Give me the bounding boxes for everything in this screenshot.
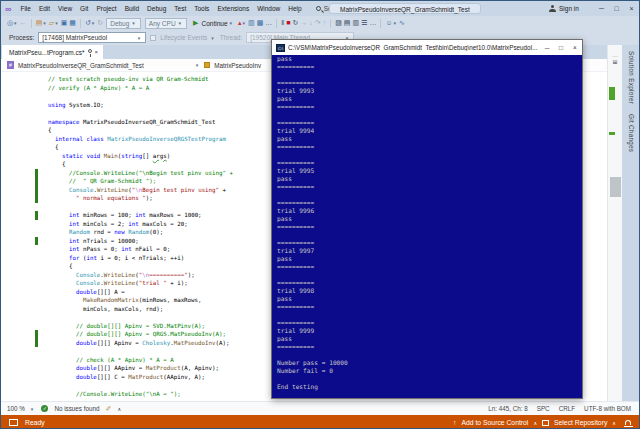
scrollbar-thumb[interactable] [610,177,621,197]
save-all-icon[interactable]: ▦ [69,16,76,30]
tool-tab-solution-explorer[interactable]: Solution Explorer [628,51,635,104]
code-cleanup-icon[interactable]: ✐ [106,405,112,413]
window-layout-icon[interactable]: ▩ [257,16,264,30]
tab-program-cs[interactable]: MatrixPseu...tProgram.cs* × [2,45,103,59]
gutter [35,373,38,382]
console-title: C:\VSM\MatrixPseudoInverseQR_GramSchmidt… [288,44,540,51]
close-button[interactable]: × [624,1,639,16]
tab-title: MatrixPseu...tProgram.cs* [9,49,85,56]
change-bar [35,330,38,339]
issues-label[interactable]: No issues found [54,405,99,412]
console-line: pass [277,335,582,343]
new-project-icon[interactable]: ▤ [36,16,43,30]
console-line: ========== [277,279,582,287]
chevron-down-icon: ▾ [55,20,58,26]
chevron-down-icon: ▾ [132,20,135,26]
pin-icon[interactable] [88,49,92,53]
menu-build[interactable]: Build [121,5,143,12]
window-title: MatrixPseudoInverseQR_GramSchmidt_Test [329,3,481,14]
find-in-files-icon[interactable]: ▥ [248,16,255,30]
restart-icon[interactable]: ↻ [292,16,298,30]
menu-tools[interactable]: Tools [190,5,213,12]
redo-icon[interactable]: ↻ [97,16,103,30]
insert-mode-indicator[interactable]: SPC [537,405,550,412]
encoding-indicator[interactable]: UTF-8 with BOM [584,405,631,412]
save-icon[interactable]: ▣ [61,16,68,30]
platform-dropdown[interactable]: Any CPU ▾ [145,18,187,29]
sign-in-label: Sign in [559,5,579,12]
caret-up-icon[interactable]: ∧ [117,406,121,412]
pause-icon[interactable]: ‖ [281,16,284,30]
menu-edit[interactable]: Edit [35,5,54,12]
menu-project[interactable]: Project [92,5,120,12]
add-to-source-control-button[interactable]: Add to Source Control [462,419,529,426]
change-bar [35,237,38,246]
navigate-back-icon[interactable]: ← [20,16,27,30]
gutter [35,135,38,144]
navigate-target-icon[interactable]: ◎ [7,16,13,30]
gutter [35,322,38,331]
step-out-icon[interactable]: ↑ [323,16,327,30]
menu-file[interactable]: File [16,5,34,12]
live-share-icon[interactable]: ∿ [399,16,405,30]
menu-help[interactable]: Help [284,5,305,12]
debug-windows-icon[interactable]: ☰ [361,16,367,30]
tool-tab-git-changes[interactable]: Git Changes [628,114,635,152]
change-bar [35,177,38,186]
console-window[interactable]: C:\ C:\VSM\MatrixPseudoInverseQR_GramSch… [271,39,583,399]
breadcrumb-namespace[interactable]: MatrixPseudoInverseQR_GramSchmidt_Test [18,62,144,69]
menu-extensions[interactable]: Extensions [213,5,253,12]
line-column-indicator[interactable]: Ln: 445, Ch: 8 [488,405,528,412]
hot-reload-icon[interactable]: ▴ [238,16,242,30]
toolbar-overflow-icon[interactable]: … [265,16,272,30]
split-window-icon[interactable]: ⊞ [612,59,617,65]
feedback-icon[interactable]: ☺ [385,16,392,30]
menu-git[interactable]: Git [76,5,92,12]
notifications-bell-icon[interactable] [625,420,631,425]
configuration-dropdown[interactable]: Debug ▾ [106,18,141,29]
status-bar: Ready ↑ Add to Source Control ∧ Select R… [1,415,639,429]
console-maximize-button[interactable]: □ [554,40,568,55]
menu-test[interactable]: Test [170,5,190,12]
close-tab-icon[interactable]: × [95,49,99,55]
immediate-window-icon[interactable]: ▤ [344,16,351,30]
stop-icon[interactable]: ■ [286,16,290,30]
chevron-down-icon[interactable]: ▾ [196,62,199,68]
chevron-down-icon: ▾ [230,20,233,26]
caret-up-icon[interactable]: ∧ [612,420,616,426]
caret-up-icon[interactable]: ∧ [533,420,537,426]
select-repository-button[interactable]: Select Repository [554,419,607,426]
breakpoints-window-icon[interactable]: ▨ [335,16,342,30]
step-over-icon[interactable]: ↷ [315,16,321,30]
gutter [35,228,38,237]
watch-window-icon[interactable]: ▥ [352,16,359,30]
show-next-statement-icon[interactable]: → [300,16,307,30]
breadcrumb-type[interactable]: MatrixPseudoInv [214,62,261,69]
editor-scrollbar[interactable]: … ⊞ [607,45,622,401]
console-line: ========== [277,319,582,327]
console-line: pass [277,255,582,263]
lifecycle-events-checkbox[interactable] [150,35,156,41]
process-dropdown[interactable]: [17468] MatrixPseudoI ▾ [38,32,146,43]
undo-icon[interactable]: ↺ [85,16,91,30]
menu-window[interactable]: Window [253,5,284,12]
minimize-button[interactable]: ─ [594,1,609,16]
sign-in-button[interactable]: Sign in [549,1,579,16]
menu-debug[interactable]: Debug [143,5,170,12]
editor-options-icon[interactable]: … [612,52,618,58]
menu-view[interactable]: View [54,5,76,12]
console-line: Number fail = 0 [277,367,582,375]
continue-button[interactable]: ▶ Continue ▾ [192,16,234,30]
change-bar [35,194,38,203]
console-minimize-button[interactable]: ─ [540,40,554,55]
step-into-icon[interactable]: ↓ [309,16,313,30]
console-close-button[interactable]: × [568,40,582,55]
console-title-bar[interactable]: C:\ C:\VSM\MatrixPseudoInverseQR_GramSch… [272,40,582,55]
open-folder-icon[interactable]: ▱ [49,16,54,30]
zoom-dropdown[interactable]: 100 % [7,405,25,412]
toolbar-overflow-icon[interactable]: … [369,16,376,30]
line-ending-indicator[interactable]: CRLF [559,405,575,412]
maximize-button[interactable]: □ [609,1,624,16]
toolbar-separator [330,19,331,28]
console-body[interactable]: pass========== ==========trial 9993pass=… [272,55,582,398]
